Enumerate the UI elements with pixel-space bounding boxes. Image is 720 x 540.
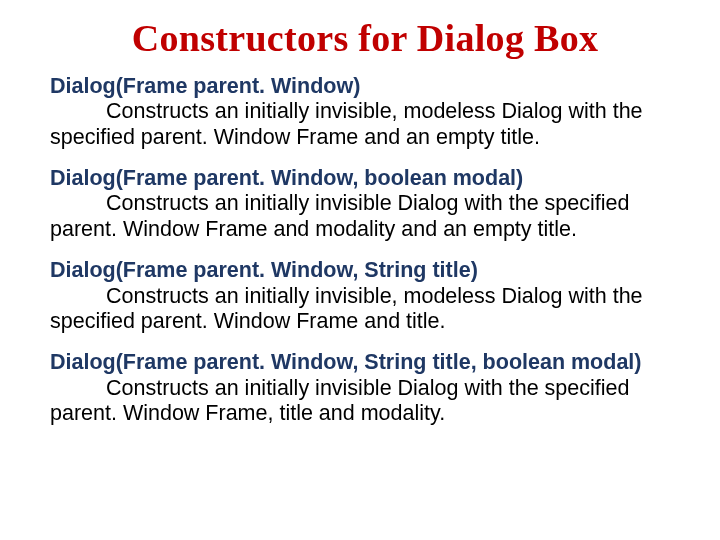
constructor-entry: Dialog(Frame parent. Window, boolean mod… <box>50 166 680 242</box>
constructor-description-text: Constructs an initially invisible Dialog… <box>50 376 629 425</box>
constructor-description: Constructs an initially invisible, model… <box>50 99 643 148</box>
constructor-description: Constructs an initially invisible Dialog… <box>50 376 629 425</box>
constructor-signature: Dialog(Frame parent. Window, String titl… <box>50 350 641 374</box>
constructor-signature: Dialog(Frame parent. Window) <box>50 74 360 98</box>
constructor-description-text: Constructs an initially invisible, model… <box>50 99 643 148</box>
constructor-entry: Dialog(Frame parent. Window, String titl… <box>50 350 680 426</box>
constructor-signature: Dialog(Frame parent. Window, boolean mod… <box>50 166 523 190</box>
constructor-entry: Dialog(Frame parent. Window) Constructs … <box>50 74 680 150</box>
slide: Constructors for Dialog Box Dialog(Frame… <box>0 0 720 540</box>
constructor-signature: Dialog(Frame parent. Window, String titl… <box>50 258 478 282</box>
constructor-description-text: Constructs an initially invisible Dialog… <box>50 191 629 240</box>
constructor-description-text: Constructs an initially invisible, model… <box>50 284 643 333</box>
constructor-description: Constructs an initially invisible Dialog… <box>50 191 629 240</box>
constructor-entry: Dialog(Frame parent. Window, String titl… <box>50 258 680 334</box>
constructor-description: Constructs an initially invisible, model… <box>50 284 643 333</box>
page-title: Constructors for Dialog Box <box>50 16 680 60</box>
